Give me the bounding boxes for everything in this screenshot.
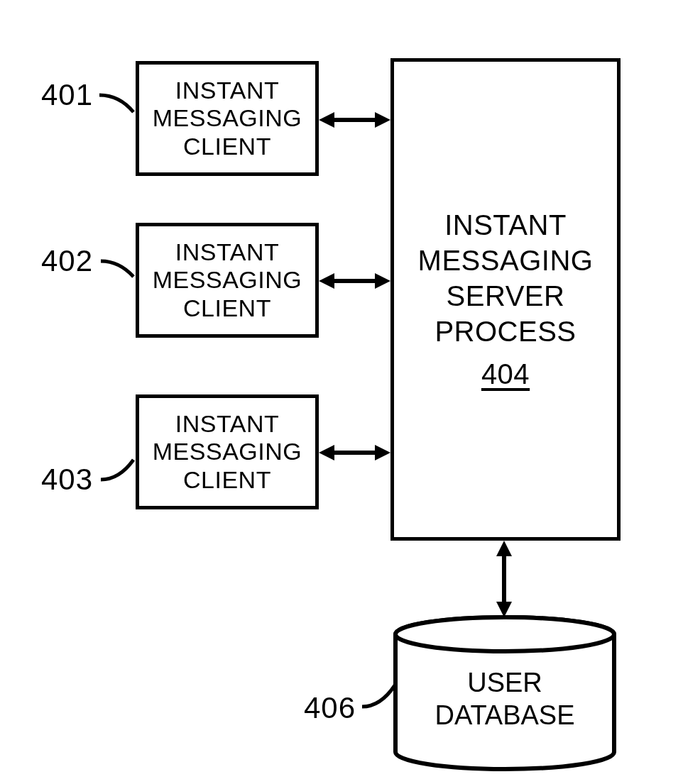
arrow-client2-server <box>319 271 390 291</box>
svg-marker-10 <box>375 445 390 460</box>
client-box-3: INSTANT MESSAGING CLIENT <box>136 394 319 509</box>
svg-marker-13 <box>496 602 512 617</box>
client-2-line-1: INSTANT <box>175 238 279 266</box>
client-3-line-3: CLIENT <box>183 466 271 494</box>
arrow-server-database <box>494 541 514 617</box>
database-line-1: USER <box>467 668 542 697</box>
server-line-3: SERVER <box>447 278 565 314</box>
server-line-1: INSTANT <box>444 207 567 243</box>
arrow-client3-server <box>319 443 390 463</box>
client-1-line-2: MESSAGING <box>153 104 302 132</box>
ref-label-403: 403 <box>41 463 93 497</box>
arrow-client1-server <box>319 110 390 130</box>
server-line-2: MESSAGING <box>418 243 594 278</box>
svg-marker-12 <box>496 541 512 556</box>
svg-marker-9 <box>319 445 334 460</box>
client-box-2: INSTANT MESSAGING CLIENT <box>136 223 319 338</box>
server-line-4: PROCESS <box>435 314 576 349</box>
client-1-line-3: CLIENT <box>183 133 271 160</box>
ref-label-401: 401 <box>41 78 93 112</box>
client-box-1: INSTANT MESSAGING CLIENT <box>136 61 319 176</box>
lead-403 <box>101 456 141 491</box>
lead-402 <box>101 257 141 285</box>
lead-401 <box>99 91 142 119</box>
ref-label-402: 402 <box>41 244 93 278</box>
client-2-line-2: MESSAGING <box>153 266 302 294</box>
svg-marker-6 <box>319 273 334 289</box>
client-2-line-3: CLIENT <box>183 294 271 322</box>
client-3-line-1: INSTANT <box>175 410 279 438</box>
svg-marker-4 <box>375 112 390 128</box>
database-cylinder: USER DATABASE <box>392 614 618 772</box>
client-3-line-2: MESSAGING <box>153 438 302 465</box>
lead-406 <box>362 681 402 715</box>
svg-marker-7 <box>375 273 390 289</box>
server-box: INSTANT MESSAGING SERVER PROCESS 404 <box>390 58 621 541</box>
svg-marker-3 <box>319 112 334 128</box>
database-line-2: DATABASE <box>435 700 574 730</box>
server-ref-label: 404 <box>481 356 530 392</box>
client-1-line-1: INSTANT <box>175 77 279 104</box>
svg-point-1 <box>395 617 614 651</box>
ref-label-406: 406 <box>304 691 356 725</box>
